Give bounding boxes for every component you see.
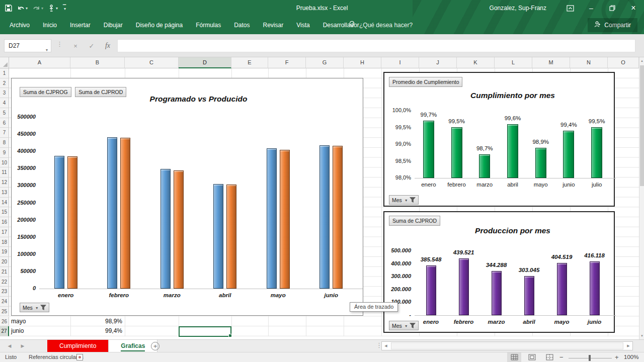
save-icon[interactable] [5, 5, 12, 12]
ribbon-tab-datos[interactable]: Datos [227, 16, 256, 34]
cell-B26[interactable]: 98,9% [72, 317, 122, 326]
bar-marzo-2[interactable] [174, 170, 184, 289]
row-header-2[interactable]: 2 [0, 78, 9, 88]
insert-function-button[interactable]: fx [101, 39, 115, 52]
bar-julio-1[interactable] [591, 127, 602, 178]
selected-cell[interactable] [179, 326, 231, 337]
cell-A27[interactable]: junio [11, 326, 68, 336]
select-all-button[interactable] [0, 57, 9, 68]
cancel-entry-button[interactable]: × [68, 39, 83, 52]
vertical-scroll-thumb[interactable] [640, 65, 644, 186]
pivot-field-button[interactable]: Suma de CJPROD [389, 216, 440, 226]
ribbon-tab-vista[interactable]: Vista [290, 16, 316, 34]
chart-produccion-por-mes[interactable]: Suma de CJPRODProduccion por mes500.0004… [383, 211, 615, 333]
vertical-scrollbar[interactable]: ▲ ▼ [639, 57, 644, 339]
zoom-slider-thumb[interactable] [589, 355, 591, 361]
row-header-20[interactable]: 20 [0, 257, 9, 267]
row-header-8[interactable]: 8 [0, 138, 9, 148]
ribbon-display-options-button[interactable] [559, 0, 581, 16]
row-header-6[interactable]: 6 [0, 118, 9, 128]
scroll-right-arrow[interactable]: ▶ [624, 342, 632, 350]
ribbon-tab-dibujar[interactable]: Dibujar [97, 16, 129, 34]
row-header-13[interactable]: 13 [0, 188, 9, 198]
row-header-25[interactable]: 25 [0, 307, 9, 317]
ribbon-tab-insertar[interactable]: Insertar [63, 16, 97, 34]
enter-entry-button[interactable]: ✓ [85, 39, 99, 52]
sheet-tab-graficas[interactable]: Graficas [109, 340, 157, 352]
row-header-21[interactable]: 21 [0, 267, 9, 277]
touch-mode-caret[interactable]: ▾ [56, 6, 58, 11]
row-header-27[interactable]: 27 [0, 326, 9, 336]
sheet-nav-left-arrow[interactable]: ◀ [4, 340, 15, 352]
row-header-23[interactable]: 23 [0, 287, 9, 297]
circular-references-message[interactable]: Referencias circulares [29, 354, 84, 360]
bar-mayo-1[interactable] [557, 263, 567, 315]
sheet-nav-right-arrow[interactable]: ▶ [17, 340, 28, 352]
column-header-M[interactable]: M [532, 57, 570, 68]
column-header-L[interactable]: L [495, 57, 532, 68]
scroll-down-arrow[interactable]: ▼ [639, 332, 644, 339]
row-header-9[interactable]: 9 [0, 148, 9, 158]
column-header-H[interactable]: H [344, 57, 381, 68]
column-header-E[interactable]: E [231, 57, 268, 68]
ribbon-tab-revisar[interactable]: Revisar [257, 16, 290, 34]
row-header-19[interactable]: 19 [0, 247, 9, 257]
mes-filter-button[interactable]: Mes▼ [389, 321, 419, 330]
column-header-K[interactable]: K [457, 57, 495, 68]
pivot-field-button[interactable]: Promedio de Cumpliemiento [389, 77, 462, 87]
bar-abril-1[interactable] [524, 276, 534, 315]
scroll-up-arrow[interactable]: ▲ [639, 57, 644, 64]
row-header-24[interactable]: 24 [0, 297, 9, 307]
ribbon-tab-inicio[interactable]: Inicio [36, 16, 63, 34]
column-header-B[interactable]: B [70, 57, 125, 68]
name-box-caret[interactable]: ▾ [46, 44, 48, 56]
scroll-left-arrow[interactable]: ◀ [382, 342, 390, 350]
bar-febrero-1[interactable] [451, 127, 462, 178]
column-header-F[interactable]: F [268, 57, 306, 68]
column-header-G[interactable]: G [306, 57, 344, 68]
column-header-I[interactable]: I [381, 57, 419, 68]
customize-qat-button[interactable]: ▔▾ [63, 6, 66, 10]
new-sheet-button[interactable]: + [151, 342, 159, 350]
bar-abril-1[interactable] [213, 184, 223, 289]
bar-junio-1[interactable] [590, 261, 600, 315]
user-name[interactable]: Gonzalez, Sup-Franz [490, 5, 546, 12]
bar-febrero-2[interactable] [120, 138, 130, 289]
bar-abril-2[interactable] [226, 185, 236, 289]
bar-marzo-1[interactable] [492, 271, 502, 315]
horizontal-scroll-thumb[interactable] [391, 342, 623, 349]
cell-B27[interactable]: 99,4% [72, 326, 122, 336]
mes-filter-button[interactable]: Mes▼ [389, 195, 419, 205]
row-header-5[interactable]: 5 [0, 108, 9, 118]
share-button[interactable]: Compartir [588, 18, 637, 32]
bar-enero-2[interactable] [67, 156, 77, 289]
column-header-J[interactable]: J [419, 57, 457, 68]
bar-mayo-2[interactable] [280, 150, 290, 289]
row-header-15[interactable]: 15 [0, 207, 9, 217]
restore-button[interactable] [602, 0, 623, 16]
bar-mayo-1[interactable] [535, 148, 546, 178]
column-header-A[interactable]: A [9, 57, 70, 68]
column-header-C[interactable]: C [125, 57, 179, 68]
touch-mode-button[interactable]: ▾ [48, 5, 58, 12]
mes-filter-button[interactable]: Mes▼ [20, 303, 49, 312]
bar-enero-1[interactable] [54, 156, 64, 289]
sheet-tab-cumplimiento[interactable]: Cumplimiento [47, 340, 109, 352]
horizontal-scrollbar[interactable]: ◀ ▶ [381, 341, 633, 350]
cell-A26[interactable]: mayo [11, 317, 68, 326]
row-header-26[interactable]: 26 [0, 317, 9, 327]
bar-marzo-1[interactable] [479, 154, 490, 178]
bar-enero-1[interactable] [426, 265, 436, 315]
row-header-22[interactable]: 22 [0, 277, 9, 287]
undo-button[interactable]: ▾ [17, 5, 28, 12]
tell-me-search[interactable]: ¿Qué desea hacer? [349, 16, 413, 34]
column-header-D[interactable]: D [179, 57, 231, 68]
column-header-O[interactable]: O [608, 57, 639, 68]
bar-febrero-1[interactable] [107, 137, 117, 289]
minimize-button[interactable]: – [581, 0, 602, 16]
zoom-level[interactable]: 100% [624, 354, 638, 360]
row-header-7[interactable]: 7 [0, 128, 9, 138]
row-header-14[interactable]: 14 [0, 198, 9, 208]
undo-caret[interactable]: ▾ [26, 6, 28, 11]
normal-view-button[interactable] [507, 352, 521, 362]
